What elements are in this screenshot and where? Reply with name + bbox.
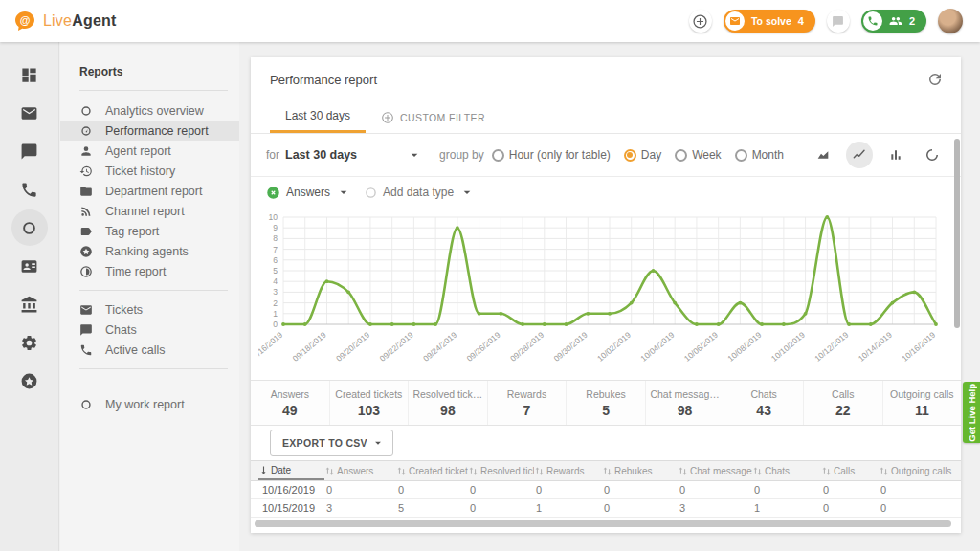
empty-circle-icon bbox=[365, 187, 377, 199]
nav-billing[interactable] bbox=[11, 285, 49, 323]
nav-reports[interactable] bbox=[11, 209, 49, 247]
tab-last-30-days[interactable]: Last 30 days bbox=[270, 101, 366, 133]
divider bbox=[79, 290, 228, 291]
svg-text:10/08/2019: 10/08/2019 bbox=[725, 330, 763, 364]
nav-chats[interactable] bbox=[11, 132, 49, 170]
svg-text:10: 10 bbox=[269, 212, 278, 222]
tab-custom-filter[interactable]: CUSTOM FILTER bbox=[366, 101, 501, 133]
area-chart-icon bbox=[815, 147, 831, 163]
bar-chart-icon bbox=[888, 147, 903, 163]
liveagent-logo[interactable]: @ LiveAgent bbox=[0, 10, 116, 33]
sort-icon bbox=[324, 466, 335, 476]
sidebar-item-agent-report[interactable]: Agent report bbox=[60, 141, 239, 161]
sidebar-item-ranking-agents[interactable]: Ranking agents bbox=[60, 241, 239, 261]
horizontal-scrollbar[interactable] bbox=[255, 520, 951, 527]
radio-hour[interactable]: Hour (only for table) bbox=[492, 148, 611, 162]
column-header-chat-messages[interactable]: Chat messages bbox=[678, 461, 752, 480]
divider bbox=[79, 368, 228, 369]
nav-contacts[interactable] bbox=[11, 247, 49, 285]
sidebar-item-time-report[interactable]: Time report bbox=[60, 261, 239, 281]
add-new-button[interactable] bbox=[689, 10, 712, 33]
stat-chats: Chats43 bbox=[724, 381, 804, 425]
to-solve-button[interactable]: To solve 4 bbox=[724, 10, 815, 33]
chats-header-button[interactable] bbox=[827, 10, 850, 33]
divider bbox=[79, 90, 228, 91]
radio-selected-icon bbox=[624, 149, 636, 162]
column-header-chats[interactable]: Chats bbox=[752, 461, 821, 480]
sort-icon bbox=[821, 466, 832, 476]
table-row[interactable]: 10/16/2019000000000 bbox=[251, 481, 961, 499]
sidebar-item-channel-report[interactable]: Channel report bbox=[60, 201, 239, 221]
mail-icon bbox=[79, 303, 93, 317]
nav-dashboard[interactable] bbox=[11, 55, 49, 94]
sidebar-item-my-work-report[interactable]: My work report bbox=[60, 394, 239, 414]
donut-chart-button[interactable] bbox=[919, 142, 946, 168]
remove-series-icon[interactable] bbox=[266, 186, 280, 200]
user-avatar[interactable] bbox=[938, 9, 963, 33]
area-chart-button[interactable] bbox=[810, 142, 836, 168]
sidebar-item-analytics-overview[interactable]: Analytics overview bbox=[60, 100, 239, 121]
nav-addons[interactable] bbox=[11, 362, 49, 400]
column-header-calls[interactable]: Calls bbox=[821, 461, 879, 480]
line-chart-button[interactable] bbox=[846, 142, 873, 168]
refresh-icon[interactable] bbox=[926, 71, 944, 88]
column-header-rebukes[interactable]: Rebukes bbox=[602, 461, 678, 480]
folder-icon bbox=[79, 185, 93, 198]
svg-text:10/10/2019: 10/10/2019 bbox=[769, 330, 807, 364]
radio-icon bbox=[675, 149, 687, 162]
sidebar-item-active-calls[interactable]: Active calls bbox=[60, 340, 239, 360]
add-data-type-button[interactable]: Add data type bbox=[365, 185, 475, 200]
bar-chart-button[interactable] bbox=[882, 142, 909, 168]
column-header-date[interactable]: Date bbox=[258, 461, 324, 480]
summary-stats: Answers49 Created tickets103 Resolved ti… bbox=[251, 380, 961, 426]
date-range-select[interactable]: Last 30 days bbox=[285, 147, 422, 163]
plus-circle-icon bbox=[692, 13, 708, 30]
gear-icon bbox=[20, 334, 38, 352]
sidebar-item-ticket-history[interactable]: Ticket history bbox=[60, 161, 239, 181]
svg-text:09/20/2019: 09/20/2019 bbox=[334, 330, 371, 364]
performance-report-panel: Performance report Last 30 days CUSTOM F… bbox=[251, 57, 961, 533]
chevron-down-icon bbox=[459, 185, 475, 200]
column-header-answers[interactable]: Answers bbox=[324, 461, 396, 480]
get-live-help-button[interactable]: Get Live Help bbox=[963, 382, 980, 443]
phone-bubble bbox=[863, 11, 882, 31]
radio-month[interactable]: Month bbox=[735, 148, 784, 162]
tag-icon bbox=[79, 225, 93, 238]
vertical-scrollbar[interactable] bbox=[954, 139, 960, 328]
column-header-outgoing-calls[interactable]: Outgoing calls bbox=[879, 461, 961, 480]
sidebar-item-tag-report[interactable]: Tag report bbox=[60, 221, 239, 241]
svg-text:09/22/2019: 09/22/2019 bbox=[378, 330, 415, 364]
sidebar-item-department-report[interactable]: Department report bbox=[60, 181, 239, 201]
svg-text:3: 3 bbox=[273, 287, 278, 297]
for-label: for bbox=[266, 148, 279, 162]
radio-day[interactable]: Day bbox=[624, 148, 661, 162]
filter-bar: for Last 30 days group by Hour (only for… bbox=[251, 134, 961, 177]
answers-series-chip[interactable]: Answers bbox=[266, 185, 351, 200]
gauge-icon bbox=[79, 124, 93, 138]
mail-icon bbox=[20, 104, 38, 122]
logo-text: LiveAgent bbox=[43, 12, 116, 30]
nav-tickets[interactable] bbox=[11, 94, 49, 132]
svg-text:1: 1 bbox=[273, 309, 278, 319]
sidebar-item-performance-report[interactable]: Performance report bbox=[60, 121, 239, 141]
sidebar-item-chats[interactable]: Chats bbox=[60, 320, 239, 340]
top-header: @ LiveAgent To solve 4 bbox=[0, 0, 980, 42]
sort-icon bbox=[752, 466, 763, 476]
radio-week[interactable]: Week bbox=[675, 148, 721, 162]
contact-card-icon bbox=[20, 257, 38, 276]
chevron-down-icon bbox=[336, 185, 351, 200]
dashboard-icon bbox=[20, 66, 38, 84]
nav-settings[interactable] bbox=[11, 323, 49, 362]
phone-icon bbox=[867, 15, 879, 27]
svg-text:10/14/2019: 10/14/2019 bbox=[857, 330, 894, 364]
column-header-resolved-tickets[interactable]: Resolved tickets bbox=[468, 461, 534, 480]
column-header-rewards[interactable]: Rewards bbox=[534, 461, 602, 480]
column-header-created-tickets[interactable]: Created tickets bbox=[396, 461, 468, 480]
active-calls-button[interactable]: 2 bbox=[861, 10, 926, 33]
export-to-csv-button[interactable]: EXPORT TO CSV bbox=[270, 430, 393, 456]
table-row[interactable]: 10/15/2019350103100 bbox=[251, 499, 961, 518]
svg-text:4: 4 bbox=[273, 276, 278, 286]
sidebar-item-tickets[interactable]: Tickets bbox=[60, 299, 239, 320]
nav-calls[interactable] bbox=[11, 170, 49, 209]
stat-rewards: Rewards7 bbox=[488, 381, 568, 425]
